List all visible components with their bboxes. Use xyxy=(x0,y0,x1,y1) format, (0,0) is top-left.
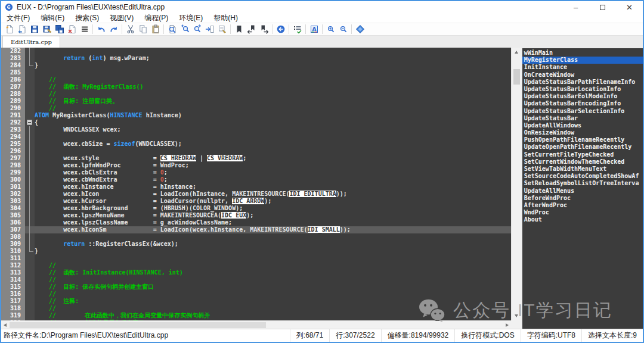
symbol-item-UpdateStatusBarEncodingInfo[interactable]: UpdateStatusBarEncodingInfo xyxy=(522,100,643,107)
line-number[interactable]: 308 xyxy=(1,233,25,241)
syntax-highlight-button[interactable]: A xyxy=(308,23,320,35)
line-number[interactable]: 313 xyxy=(1,269,25,276)
symbol-item-AfterWndProc[interactable]: AfterWndProc xyxy=(522,202,643,209)
line-number[interactable]: 300 xyxy=(1,176,25,183)
line-number[interactable]: 314 xyxy=(1,276,25,283)
symbol-item-UpdateStatusBarEolModeInfo[interactable]: UpdateStatusBarEolModeInfo xyxy=(522,93,643,100)
find-button[interactable] xyxy=(166,23,178,35)
symbol-item-SetSourceCodeAutoCompletedShowAf[interactable]: SetSourceCodeAutoCompletedShowAf xyxy=(522,173,643,180)
symbol-item-UpdateStatusBarSelectionInfo[interactable]: UpdateStatusBarSelectionInfo xyxy=(522,108,643,115)
close-file-button[interactable] xyxy=(66,23,78,35)
symbol-item-OnResizeWindow[interactable]: OnResizeWindow xyxy=(522,129,643,136)
maximize-button[interactable] xyxy=(589,1,616,13)
bookmark-next-button[interactable] xyxy=(258,23,270,35)
line-number[interactable]: 318 xyxy=(1,305,25,312)
symbol-item-SetCurrentWindowThemeChecked[interactable]: SetCurrentWindowThemeChecked xyxy=(522,158,643,166)
view-options-button[interactable] xyxy=(291,23,304,35)
line-number[interactable]: 290 xyxy=(1,105,25,112)
line-number[interactable]: 295 xyxy=(1,141,25,148)
menu-item-2[interactable]: 搜索(S) xyxy=(70,13,104,23)
line-number[interactable]: 302 xyxy=(1,191,25,198)
menu-item-3[interactable]: 视图(V) xyxy=(104,13,139,23)
symbol-item-UpdateStatusBarPathFilenameInfo[interactable]: UpdateStatusBarPathFilenameInfo xyxy=(522,79,643,86)
menu-item-1[interactable]: 编辑(E) xyxy=(35,13,70,23)
line-number[interactable]: 285 xyxy=(1,69,25,76)
vertical-scroll-thumb[interactable] xyxy=(513,69,520,85)
bookmark-toggle-button[interactable] xyxy=(233,23,245,35)
bookmark-previous-button[interactable] xyxy=(245,23,258,35)
line-number[interactable]: 292 xyxy=(1,119,25,126)
symbol-item-SetReloadSymbolListOrTreeInterva[interactable]: SetReloadSymbolListOrTreeInterva xyxy=(522,180,643,187)
line-number[interactable]: 294 xyxy=(1,133,25,141)
tab-editultra-cpp[interactable]: EditUltra.cpp xyxy=(2,36,60,48)
close-button[interactable]: ✕ xyxy=(616,1,643,13)
code-editor[interactable]: 282283 return (int) msg.wParam;284}28528… xyxy=(1,48,511,320)
line-number[interactable]: 317 xyxy=(1,298,25,305)
line-number[interactable]: 293 xyxy=(1,126,25,133)
navigate-back-button[interactable] xyxy=(274,23,287,35)
cut-button[interactable] xyxy=(124,23,137,35)
line-number[interactable]: 288 xyxy=(1,91,25,98)
symbol-item-WndProc[interactable]: WndProc xyxy=(522,209,643,216)
horizontal-scrollbar[interactable] xyxy=(1,320,511,329)
symbol-item-wWinMain[interactable]: wWinMain xyxy=(522,49,643,57)
line-number[interactable]: 309 xyxy=(1,241,25,248)
zoom-in-button[interactable] xyxy=(324,23,337,35)
line-number[interactable]: 298 xyxy=(1,162,25,169)
menu-item-6[interactable]: 帮助(H) xyxy=(208,13,243,23)
new-file-button[interactable] xyxy=(3,23,16,35)
replace-button[interactable] xyxy=(216,23,228,35)
symbol-item-OnCreateWindow[interactable]: OnCreateWindow xyxy=(522,71,643,79)
line-number[interactable]: 311 xyxy=(1,255,25,262)
line-number[interactable]: 296 xyxy=(1,148,25,155)
symbol-item-UpdateAllMenus[interactable]: UpdateAllMenus xyxy=(522,188,643,195)
line-number[interactable]: 284 xyxy=(1,62,25,69)
symbol-item-PushOpenPathFilenameRecently[interactable]: PushOpenPathFilenameRecently xyxy=(522,136,643,144)
scroll-down-arrow-icon[interactable] xyxy=(515,314,518,317)
line-number[interactable]: 310 xyxy=(1,248,25,255)
fold-collapse-icon[interactable] xyxy=(27,120,32,125)
scroll-up-arrow-icon[interactable] xyxy=(515,51,518,54)
about-button[interactable] xyxy=(354,23,366,35)
line-number[interactable]: 299 xyxy=(1,169,25,176)
vertical-scrollbar[interactable] xyxy=(511,48,522,320)
zoom-out-button[interactable] xyxy=(337,23,349,35)
open-file-button[interactable] xyxy=(16,23,28,35)
horizontal-scroll-thumb[interactable] xyxy=(10,322,266,328)
line-number[interactable]: 287 xyxy=(1,83,25,91)
line-number[interactable]: 307 xyxy=(1,226,25,233)
scroll-left-arrow-icon[interactable] xyxy=(4,323,7,327)
line-number[interactable]: 319 xyxy=(1,312,25,319)
symbol-item-UpdateAllWindows[interactable]: UpdateAllWindows xyxy=(522,122,643,129)
line-number[interactable]: 312 xyxy=(1,262,25,269)
line-number[interactable]: 305 xyxy=(1,212,25,219)
line-number[interactable]: 289 xyxy=(1,98,25,105)
save-file-button[interactable] xyxy=(28,23,41,35)
undo-button[interactable] xyxy=(95,23,107,35)
symbol-item-UpdateOpenPathFilenameRecently[interactable]: UpdateOpenPathFilenameRecently xyxy=(522,144,643,151)
line-number[interactable]: 301 xyxy=(1,183,25,191)
copy-button[interactable] xyxy=(137,23,149,35)
menu-item-5[interactable]: 环境(E) xyxy=(174,13,208,23)
line-number[interactable]: 303 xyxy=(1,198,25,205)
line-number[interactable]: 304 xyxy=(1,205,25,212)
line-number[interactable]: 315 xyxy=(1,283,25,291)
minimize-button[interactable]: – xyxy=(562,1,589,13)
symbol-item-SetViewTabWidthMenuText[interactable]: SetViewTabWidthMenuText xyxy=(522,166,643,173)
save-all-button[interactable] xyxy=(53,23,66,35)
fold-toggle[interactable] xyxy=(25,119,35,126)
symbol-item-BeforeWndProc[interactable]: BeforeWndProc xyxy=(522,195,643,202)
symbol-item-SetCurrentFileTypeChecked[interactable]: SetCurrentFileTypeChecked xyxy=(522,151,643,158)
line-number[interactable]: 282 xyxy=(1,48,25,55)
line-number[interactable]: 283 xyxy=(1,55,25,62)
file-list-button[interactable] xyxy=(78,23,91,35)
symbol-item-About[interactable]: About xyxy=(522,216,643,223)
symbol-item-UpdateStatusBarLocationInfo[interactable]: UpdateStatusBarLocationInfo xyxy=(522,86,643,93)
find-previous-button[interactable] xyxy=(178,23,191,35)
menu-item-0[interactable]: 文件(F) xyxy=(1,13,35,23)
goto-line-button[interactable] xyxy=(203,23,216,35)
paste-button[interactable] xyxy=(149,23,162,35)
line-number[interactable]: 291 xyxy=(1,112,25,119)
scroll-right-arrow-icon[interactable] xyxy=(506,323,509,327)
line-number[interactable]: 306 xyxy=(1,219,25,226)
